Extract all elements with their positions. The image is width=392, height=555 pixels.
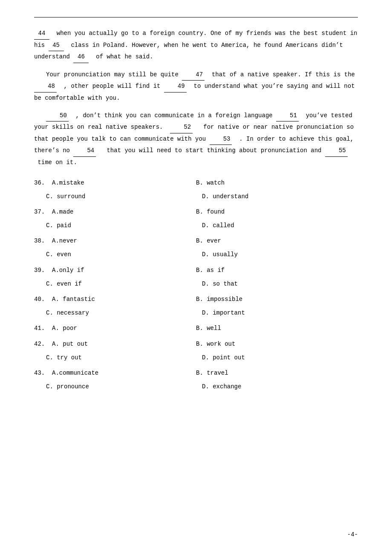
top-divider (34, 17, 358, 17)
q36-option-a: 36. A.mistake (34, 176, 196, 190)
q42-a: A. put out (52, 341, 88, 347)
question-36: 36. A.mistake B. watch C. surround D. un… (34, 176, 358, 203)
q40-b: B. impossible (196, 296, 242, 303)
q38-option-a: 38. A.never (34, 234, 196, 248)
q36-option-b: B. watch (196, 176, 358, 190)
q43-a: A.communicate (52, 370, 98, 376)
q40-option-d: D. important (202, 306, 358, 320)
question-43: 43. A.communicate B. travel C. pronounce… (34, 366, 358, 393)
q40-a: A. fantastic (52, 296, 95, 303)
blank-44: 44 (34, 28, 49, 40)
q37-option-d: D. called (202, 219, 358, 232)
q40-number: 40. (34, 296, 45, 303)
q42-number: 42. (34, 341, 45, 347)
q38-row-cd: C. even D. usually (34, 248, 358, 261)
q36-row-ab: 36. A.mistake B. watch (34, 176, 358, 190)
q37-d: D. called (202, 222, 234, 229)
q43-row-cd: C. pronounce D. exchange (34, 380, 358, 393)
q37-number: 37. (34, 208, 45, 215)
question-41: 41. A. poor B. well (34, 321, 358, 335)
options-section: 36. A.mistake B. watch C. surround D. un… (34, 176, 358, 394)
q37-row-cd: C. paid D. called (34, 219, 358, 232)
q42-c: C. try out (46, 354, 82, 361)
q39-option-a: 39. A.only if (34, 263, 196, 277)
q42-d: D. point out (202, 354, 245, 361)
q37-c: C. paid (46, 222, 71, 229)
q39-b: B. as if (196, 267, 225, 274)
blank-46: 46 (73, 51, 89, 63)
q39-option-d: D. so that (202, 277, 358, 291)
q38-option-b: B. ever (196, 234, 358, 248)
q43-number: 43. (34, 370, 45, 376)
q42-option-d: D. point out (202, 351, 358, 364)
q43-option-a: 43. A.communicate (34, 366, 196, 380)
q37-a: A.made (52, 208, 73, 215)
passage-text: 44 when you actually go to a foreign cou… (34, 28, 358, 168)
q40-c: C. necessary (46, 309, 89, 316)
page-number: -4- (347, 531, 358, 538)
q41-option-b: B. well (196, 321, 358, 335)
q43-option-d: D. exchange (202, 380, 358, 393)
question-37: 37. A.made B. found C. paid D. called (34, 205, 358, 232)
q42-option-c: C. try out (46, 351, 202, 364)
q39-option-b: B. as if (196, 263, 358, 277)
q43-c: C. pronounce (46, 383, 89, 390)
q39-c: C. even if (46, 280, 82, 287)
blank-47: 47 (182, 69, 205, 81)
q39-d: D. so that (202, 280, 238, 287)
q41-row-ab: 41. A. poor B. well (34, 321, 358, 335)
q36-b: B. watch (196, 179, 225, 186)
q39-row-cd: C. even if D. so that (34, 277, 358, 291)
blank-51: 51 (276, 110, 299, 122)
q37-option-b: B. found (196, 205, 358, 219)
q39-number: 39. (34, 267, 45, 274)
q36-option-c: C. surround (46, 190, 202, 203)
blank-49: 49 (164, 81, 187, 92)
blank-55: 55 (325, 145, 348, 157)
q38-b: B. ever (196, 237, 221, 244)
question-39: 39. A.only if B. as if C. even if D. so … (34, 263, 358, 291)
paragraph-1: 44 when you actually go to a foreign cou… (34, 28, 358, 63)
q36-c: C. surround (46, 193, 85, 200)
q42-b: B. work out (196, 341, 235, 347)
q38-d: D. usually (202, 251, 238, 258)
q38-c: C. even (46, 251, 71, 258)
q42-row-ab: 42. A. put out B. work out (34, 337, 358, 351)
q41-option-a: 41. A. poor (34, 321, 196, 335)
question-42: 42. A. put out B. work out C. try out D.… (34, 337, 358, 364)
q36-a: A.mistake (52, 179, 84, 186)
q43-b: B. travel (196, 370, 228, 376)
question-40: 40. A. fantastic B. impossible C. necess… (34, 292, 358, 320)
q42-option-a: 42. A. put out (34, 337, 196, 351)
q38-option-d: D. usually (202, 248, 358, 261)
q40-option-c: C. necessary (46, 306, 202, 320)
q36-d: D. understand (202, 193, 248, 200)
q40-row-cd: C. necessary D. important (34, 306, 358, 320)
q41-b: B. well (196, 325, 221, 332)
q36-row-cd: C. surround D. understand (34, 190, 358, 203)
q37-b: B. found (196, 208, 225, 215)
q37-option-a: 37. A.made (34, 205, 196, 219)
paragraph-3: 50 , don’t think you can communicate in … (34, 110, 358, 168)
blank-48: 48 (34, 81, 57, 92)
q38-number: 38. (34, 237, 45, 244)
paragraph-2: Your pronunciation may still be quite 47… (34, 69, 358, 104)
q43-row-ab: 43. A.communicate B. travel (34, 366, 358, 380)
q41-a: A. poor (52, 325, 77, 332)
blank-52: 52 (170, 121, 193, 133)
q42-row-cd: C. try out D. point out (34, 351, 358, 364)
q43-option-c: C. pronounce (46, 380, 202, 393)
q36-number: 36. (34, 179, 45, 186)
q38-row-ab: 38. A.never B. ever (34, 234, 358, 248)
q38-a: A.never (52, 237, 77, 244)
blank-45: 45 (49, 40, 64, 52)
q37-option-c: C. paid (46, 219, 202, 232)
q39-option-c: C. even if (46, 277, 202, 291)
blank-54: 54 (73, 145, 96, 157)
q39-row-ab: 39. A.only if B. as if (34, 263, 358, 277)
blank-53: 53 (210, 133, 232, 145)
q40-d: D. important (202, 309, 245, 316)
q43-d: D. exchange (202, 383, 241, 390)
q41-number: 41. (34, 325, 45, 332)
q36-option-d: D. understand (202, 190, 358, 203)
